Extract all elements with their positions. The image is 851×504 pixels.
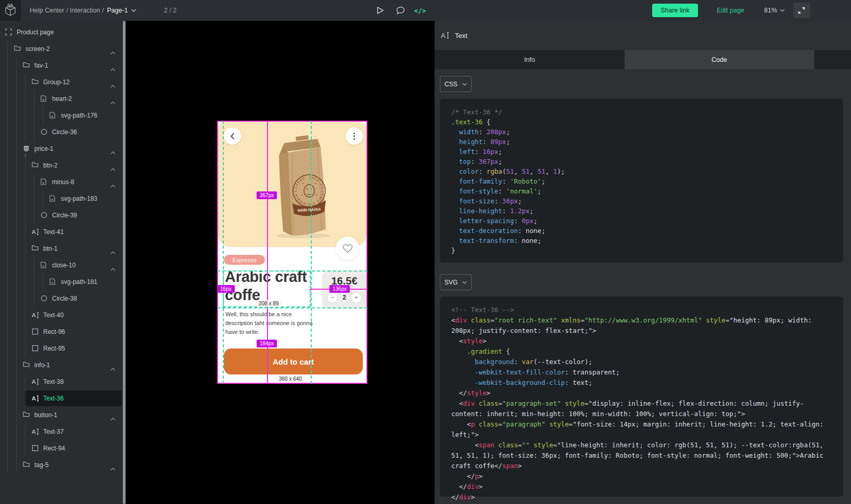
tree-indent-rail <box>7 157 8 174</box>
code-line: <div class="paragraph-set" style="displa… <box>451 398 832 419</box>
chevron-up-icon[interactable] <box>110 164 116 173</box>
layer-row-rect-94[interactable]: Rect-94 <box>0 440 122 457</box>
tree-indent-rail <box>43 190 43 207</box>
chevron-down-icon <box>462 281 467 284</box>
tree-indent-rail <box>25 373 26 390</box>
phone-frame[interactable]: 100% ORGANIC COLOMBIA COFFEE NABI NAHUI … <box>217 121 367 384</box>
layer-row-fav-1[interactable]: fav-1 <box>0 57 122 74</box>
chevron-up-icon[interactable] <box>110 64 116 73</box>
layer-label: fav-1 <box>34 62 48 69</box>
layer-row-price-1[interactable]: price-1↑ <box>0 140 122 157</box>
layer-row-rect-96[interactable]: Rect-96 <box>0 324 122 340</box>
share-link-button[interactable]: Share link <box>652 4 698 17</box>
chevron-up-icon[interactable] <box>110 413 116 423</box>
chevron-up-icon[interactable] <box>110 180 116 190</box>
text-icon: A <box>32 228 40 235</box>
decrease-quantity-button[interactable]: − <box>327 292 338 303</box>
more-options-button[interactable] <box>346 127 363 145</box>
chevron-up-icon[interactable] <box>110 81 116 90</box>
measurement-label-bottom: 184px <box>257 340 277 347</box>
folder-icon <box>32 162 39 167</box>
tab-code[interactable]: Code <box>625 50 814 69</box>
code-line: letter-spacing: 0px; <box>451 216 832 226</box>
fullscreen-button[interactable] <box>793 3 810 18</box>
folder-icon <box>32 79 39 84</box>
tree-indent-rail <box>16 207 17 224</box>
code-line: <p class="paragraph" style="font-size: 1… <box>451 419 832 440</box>
code-view-button[interactable]: </> <box>412 0 428 21</box>
layer-row-text-40[interactable]: AText-40 <box>0 307 122 324</box>
layer-row-product-page[interactable]: Product page <box>0 24 122 41</box>
layer-label: btn-1 <box>43 245 57 252</box>
layers-scrollbar[interactable] <box>123 21 125 504</box>
chevron-up-icon[interactable] <box>110 47 116 57</box>
favorite-button[interactable] <box>336 237 359 260</box>
layer-row-circle-39[interactable]: Circle-39 <box>0 207 122 224</box>
chevron-down-icon[interactable] <box>131 9 136 12</box>
tree-indent-rail <box>7 423 8 440</box>
tree-indent-rail <box>16 457 17 473</box>
chevron-up-icon[interactable] <box>110 97 116 107</box>
layer-row-text-38[interactable]: AText-38 <box>0 373 122 390</box>
layer-row-svg-path-183[interactable]: svg-path-183 <box>0 190 122 207</box>
layer-row-btn-2[interactable]: btn-2 <box>0 157 122 174</box>
tree-indent-rail <box>7 274 8 290</box>
tree-indent-rail <box>34 124 34 140</box>
layer-row-tag-5[interactable]: tag-5 <box>0 457 122 473</box>
layer-row-svg-path-176[interactable]: svg-path-176 <box>0 107 122 124</box>
layer-row-rect-95[interactable]: Rect-95 <box>0 340 122 357</box>
svg-file-icon <box>49 195 55 202</box>
increase-quantity-button[interactable]: + <box>351 292 362 303</box>
tree-indent-rail <box>25 423 26 440</box>
add-to-cart-button[interactable]: Add to cart <box>224 348 363 374</box>
chevron-up-icon[interactable] <box>110 247 116 256</box>
tree-indent-rail <box>7 207 8 224</box>
layer-row-button-1[interactable]: button-1 <box>0 407 122 423</box>
layer-row-circle-36[interactable]: Circle-36 <box>0 124 122 140</box>
selection-size-label: 208 x 89 <box>256 300 281 307</box>
layer-row-text-36[interactable]: AText-36 <box>0 390 122 407</box>
tree-indent-rail <box>34 290 34 307</box>
tree-indent-rail <box>25 307 26 324</box>
measurement-label-price: 136px <box>329 285 350 293</box>
layer-label: info-1 <box>34 361 50 369</box>
svg-format-dropdown[interactable]: SVG <box>440 274 472 290</box>
layer-row-info-1[interactable]: info-1 <box>0 357 122 373</box>
chevron-up-icon[interactable] <box>110 364 116 373</box>
tree-indent-rail <box>7 407 8 423</box>
layer-row-minus-8[interactable]: minus-8 <box>0 174 122 190</box>
design-canvas[interactable]: 100% ORGANIC COLOMBIA COFFEE NABI NAHUI … <box>126 21 435 504</box>
css-format-dropdown[interactable]: CSS <box>440 76 472 92</box>
layer-row-close-10[interactable]: close-10 <box>0 257 122 274</box>
layer-row-circle-38[interactable]: Circle-38 <box>0 290 122 307</box>
layer-row-screen-2[interactable]: screen-2 <box>0 41 122 57</box>
play-button[interactable] <box>372 0 388 21</box>
tree-indent-rail <box>16 157 17 174</box>
product-tag[interactable]: Expresso <box>224 255 265 265</box>
breadcrumb[interactable]: Help Center / Interaction / Page-1 <box>30 0 136 21</box>
layer-row-heart-2[interactable]: heart-2 <box>0 91 122 107</box>
layer-row-svg-path-181[interactable]: svg-path-181 <box>0 274 122 290</box>
code-line: left: 16px; <box>451 147 832 157</box>
tree-indent-rail <box>7 57 8 74</box>
edit-page-link[interactable]: Edit page <box>717 0 744 21</box>
product-description[interactable]: Well, this should be a nice description … <box>225 310 316 337</box>
chevron-up-icon[interactable] <box>110 463 116 473</box>
chevron-up-icon[interactable] <box>110 147 116 157</box>
comments-button[interactable] <box>392 0 408 21</box>
coffee-bag-image[interactable]: 100% ORGANIC COLOMBIA COFFEE NABI NAHUI <box>265 133 338 239</box>
zoom-level-control[interactable]: 81% <box>764 0 785 21</box>
code-line: </div> <box>451 482 832 492</box>
layer-row-btn-1[interactable]: btn-1 <box>0 240 122 257</box>
tree-indent-rail <box>25 390 26 407</box>
back-button[interactable] <box>224 127 241 145</box>
tab-info[interactable]: Info <box>435 50 625 69</box>
chevron-up-icon[interactable] <box>110 264 116 273</box>
code-line: </div> <box>451 492 832 502</box>
css-code-block: /* Text-36 */.text-36 { width: 208px; he… <box>440 99 843 263</box>
app-logo[interactable] <box>0 0 21 21</box>
layer-row-text-41[interactable]: AText-41 <box>0 224 122 240</box>
circle-icon <box>41 212 47 218</box>
layer-row-group-12[interactable]: Group-12 <box>0 74 122 91</box>
layer-row-text-37[interactable]: AText-37 <box>0 423 122 440</box>
